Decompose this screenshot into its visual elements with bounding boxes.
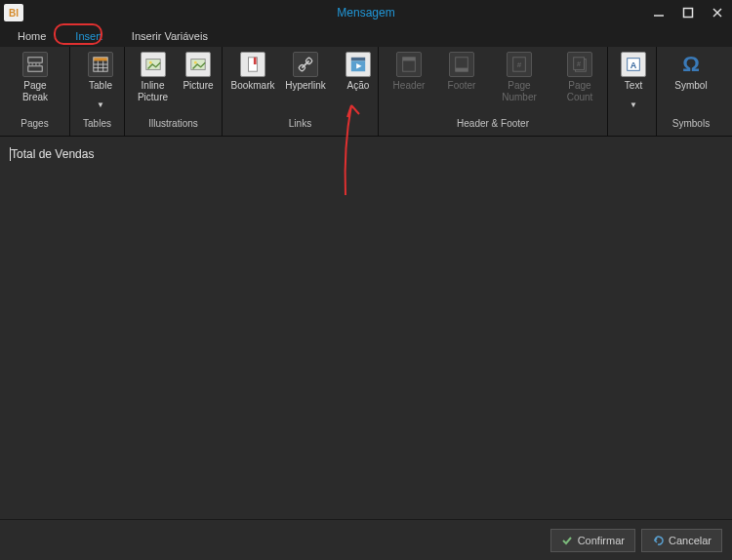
symbol-icon: Ω (678, 52, 704, 77)
page-break-icon (22, 52, 48, 77)
svg-point-14 (148, 61, 151, 64)
inline-picture-button[interactable]: Inline Picture (131, 50, 175, 105)
group-tables-label: Tables (70, 118, 124, 136)
group-header-footer: Header Footer # Page Number # Page Count… (379, 47, 608, 136)
page-number-button: # Page Number (490, 50, 549, 105)
symbol-button[interactable]: Ω Symbol (663, 50, 719, 105)
group-text: A Text ▼ (608, 47, 657, 136)
cancel-button[interactable]: Cancelar (641, 529, 722, 552)
page-break-label: Page Break (10, 80, 61, 103)
check-icon (561, 535, 573, 546)
svg-text:A: A (630, 60, 637, 70)
ribbon-tabs: Home Insert Inserir Variáveis (0, 25, 732, 47)
tab-insert-variables[interactable]: Inserir Variáveis (126, 28, 214, 44)
svg-point-16 (194, 61, 197, 64)
hyperlink-label: Hyperlink (285, 80, 326, 103)
close-button[interactable] (703, 0, 732, 25)
confirm-label: Confirmar (578, 535, 625, 546)
tab-insert[interactable]: Insert (69, 28, 108, 44)
undo-icon (652, 535, 664, 546)
bookmark-label: Bookmark (231, 80, 275, 103)
svg-text:#: # (577, 60, 581, 68)
confirm-button[interactable]: Confirmar (550, 529, 635, 552)
page-count-icon: # (567, 52, 592, 77)
svg-rect-18 (254, 58, 257, 64)
ribbon: Page Break Pages Table ▼ Tables Inline P… (0, 47, 732, 137)
text-icon: A (621, 52, 646, 77)
svg-rect-6 (28, 66, 42, 71)
svg-rect-1 (684, 9, 693, 18)
group-pages-label: Pages (0, 118, 69, 136)
group-pages: Page Break Pages (0, 47, 70, 136)
tab-home[interactable]: Home (12, 28, 52, 44)
editor-area[interactable]: Total de Vendas (0, 137, 732, 519)
chevron-down-icon: ▼ (97, 101, 104, 109)
svg-rect-27 (456, 68, 468, 72)
inline-picture-icon (141, 52, 166, 77)
group-tables: Table ▼ Tables (70, 47, 125, 136)
bookmark-icon (240, 52, 265, 77)
group-links: Bookmark Hyperlink Ação Links (223, 47, 379, 136)
page-count-label: Page Count (556, 80, 603, 103)
editor-content: Total de Vendas (10, 147, 94, 161)
titlebar: BI Mensagem (0, 0, 732, 25)
footer-icon (449, 52, 474, 77)
header-label: Header (393, 80, 426, 103)
cancel-label: Cancelar (669, 535, 712, 546)
page-break-button[interactable]: Page Break (6, 50, 64, 105)
svg-rect-25 (403, 58, 416, 61)
group-symbols: Ω Symbol Symbols (657, 47, 725, 136)
svg-rect-7 (94, 58, 107, 61)
table-button[interactable]: Table ▼ (76, 50, 125, 111)
action-label: Ação (347, 80, 370, 103)
maximize-button[interactable] (673, 0, 703, 25)
text-button[interactable]: A Text ▼ (614, 50, 653, 111)
action-icon (346, 52, 371, 77)
picture-icon (185, 52, 211, 77)
page-number-icon: # (507, 52, 532, 77)
picture-label: Picture (183, 80, 213, 103)
action-button[interactable]: Ação (334, 50, 383, 105)
footer-label: Footer (448, 80, 476, 103)
group-illustrations-label: Illustrations (125, 118, 222, 136)
page-number-label: Page Number (494, 80, 545, 103)
chevron-down-icon: ▼ (630, 101, 637, 109)
symbol-label: Symbol (674, 80, 707, 103)
page-count-button: # Page Count (552, 50, 607, 105)
app-logo: BI (4, 4, 23, 21)
hyperlink-icon (293, 52, 318, 77)
svg-rect-21 (351, 58, 365, 61)
group-header-footer-label: Header & Footer (379, 118, 607, 136)
svg-rect-4 (28, 58, 42, 62)
hyperlink-button[interactable]: Hyperlink (281, 50, 330, 105)
group-illustrations: Inline Picture Picture Illustrations (125, 47, 223, 136)
svg-text:#: # (517, 60, 522, 69)
inline-picture-label: Inline Picture (135, 80, 171, 103)
group-links-label: Links (223, 118, 378, 136)
minimize-button[interactable] (644, 0, 673, 25)
window-controls (644, 0, 732, 25)
table-icon (88, 52, 113, 77)
dialog-footer: Confirmar Cancelar (0, 519, 732, 560)
header-button: Header (385, 50, 433, 105)
window-title: Mensagem (0, 6, 732, 20)
bookmark-button[interactable]: Bookmark (228, 50, 277, 105)
picture-button[interactable]: Picture (179, 50, 218, 105)
group-symbols-label: Symbols (657, 118, 725, 136)
group-text-label (608, 118, 656, 136)
header-icon (396, 52, 422, 77)
footer-button: Footer (437, 50, 486, 105)
